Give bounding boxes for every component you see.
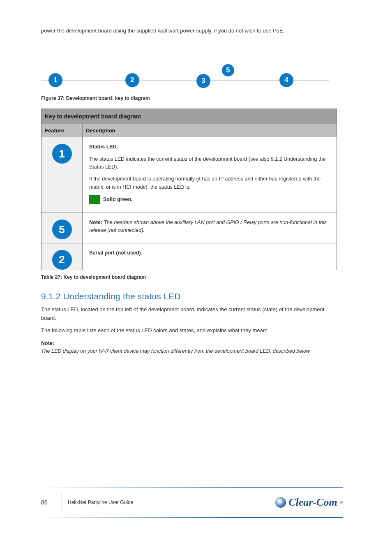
col-header-feature: Feature: [42, 124, 83, 137]
diagram-figure: 1 2 3 5 4: [41, 49, 337, 90]
feature-dot-1: 1: [52, 144, 72, 164]
table-caption: Table 27: Key to development board diagr…: [41, 274, 337, 280]
section-heading: 9.1.2 Understanding the status LED: [41, 291, 337, 301]
brand-text: Clear-Com: [288, 496, 337, 509]
brand-logo: · Clear-Com ®: [275, 496, 343, 509]
figure-dot-2: 2: [125, 73, 139, 87]
table-row: 5 Note: The headers shown above the auxi…: [42, 213, 337, 243]
table-title: Key to development board diagram: [42, 109, 337, 124]
col-header-description: Description: [83, 124, 337, 137]
intro-paragraph: power the development board using the su…: [41, 27, 337, 35]
page-number: 86: [41, 499, 62, 506]
desc-text: If the development board is operating no…: [89, 175, 330, 191]
green-square-icon: [89, 195, 100, 204]
figure-dot-4: 4: [279, 73, 293, 87]
feature-dot-2: 2: [52, 250, 72, 270]
body-note: Note: The LED display on your IV-R clien…: [41, 339, 337, 355]
table-row: 2 Serial port (not used).: [42, 243, 337, 270]
key-diagram-table: Key to development board diagram Feature…: [41, 109, 337, 270]
desc-text: Status LED.: [89, 143, 330, 151]
desc-text: The status LED indicates the current sta…: [89, 155, 330, 171]
figure-dot-5: 5: [222, 64, 234, 76]
figure-dot-1: 1: [48, 73, 62, 87]
desc-text: Serial port (not used).: [89, 249, 330, 257]
document-title-footer: HelixNet Partyline User Guide: [68, 500, 275, 505]
brand-orb-icon: ·: [275, 497, 286, 508]
desc-text: Note: The headers shown above the auxili…: [89, 219, 330, 235]
registered-icon: ®: [340, 500, 343, 505]
body-paragraph: The following table lists each of the st…: [41, 326, 337, 335]
page-footer: 86 HelixNet Partyline User Guide · Clear…: [41, 487, 343, 518]
desc-text: Solid green.: [89, 195, 330, 204]
feature-dot-5: 5: [52, 220, 72, 239]
figure-dot-3: 3: [196, 74, 210, 88]
figure-caption: Figure 37: Development board: key to dia…: [41, 95, 337, 101]
body-paragraph: The status LED, located on the top left …: [41, 305, 337, 323]
table-row: 1 Status LED. The status LED indicates t…: [42, 137, 337, 213]
